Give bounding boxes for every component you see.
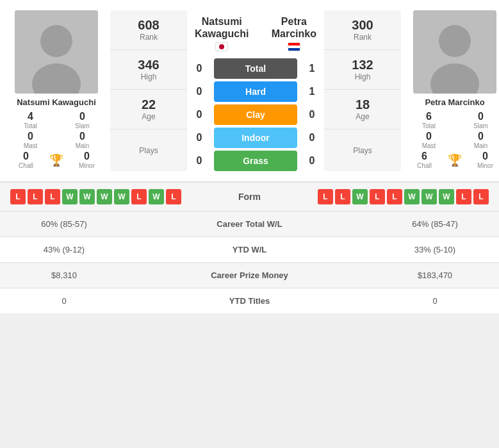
player2-age-value: 18 [356,97,370,112]
grass-button[interactable]: Grass [214,151,297,171]
player2-header: PetraMarcinko [272,10,316,56]
form-pill: L [10,189,26,204]
player1-card: Natsumi Kawaguchi 4 Total 0 Slam 0 Mast … [5,10,108,171]
player2-main-label: Main [474,142,488,149]
svg-point-1 [40,25,72,57]
player1-header-name: NatsumiKawaguchi [195,15,249,40]
clay-button[interactable]: Clay [214,104,297,125]
player1-name: Natsumi Kawaguchi [17,97,96,107]
total-row: 0 Total 1 [190,58,322,79]
form-pill: W [114,189,129,204]
player1-chall-value: 0 [23,151,29,162]
center-column: NatsumiKawaguchi PetraMarcinko [190,10,322,171]
form-pill: L [318,189,333,204]
player2-flag [288,42,300,51]
player1-avatar [15,10,98,94]
player2-rank-label: Rank [354,33,372,42]
total-button[interactable]: Total [214,58,297,79]
p2-total-score: 1 [302,63,322,74]
player2-total-stat: 6 Total [404,111,454,129]
p1-stat-value: $8,310 [0,263,128,288]
indoor-row: 0 Indoor 0 [190,128,322,148]
p1-total-score: 0 [190,63,209,74]
player1-flag [215,42,228,51]
hard-button[interactable]: Hard [214,81,297,102]
form-pill: L [45,189,60,204]
player1-rank-label: Rank [140,33,158,42]
player2-chall-label: Chall [417,162,432,169]
player1-high-label: High [141,72,157,81]
stat-label: Career Total W/L [128,212,371,237]
player1-stats-panel: 608 Rank 346 High 22 Age Plays [110,10,187,171]
p2-stat-value: 64% (85-47) [371,212,499,237]
form-pill: W [149,189,164,204]
player1-high-value: 346 [138,58,159,72]
player1-slam-stat: 0 Slam [57,111,108,129]
top-section: Natsumi Kawaguchi 4 Total 0 Slam 0 Mast … [0,0,499,181]
form-pill: W [404,189,420,204]
table-row: 0 YTD Titles 0 [0,288,499,314]
p2-grass-score: 0 [302,155,322,167]
player1-plays-label: Plays [139,146,158,155]
player2-header-name: PetraMarcinko [272,15,316,40]
svg-point-4 [439,25,471,57]
form-pill: W [439,189,454,204]
player2-plays-row: Plays [324,129,401,171]
player2-high-label: High [355,72,371,81]
p1-stat-value: 60% (85-57) [0,212,128,237]
player1-age-label: Age [142,112,155,121]
form-pill: L [370,189,385,204]
p2-indoor-score: 0 [302,132,322,144]
player1-total-stat: 4 Total [5,111,56,129]
player1-mast-value: 0 [28,131,33,142]
player2-minor-label: Minor [477,162,493,169]
indoor-button[interactable]: Indoor [214,128,297,148]
main-container: Natsumi Kawaguchi 4 Total 0 Slam 0 Mast … [0,0,499,313]
hard-row: 0 Hard 1 [190,81,322,102]
player2-plays-label: Plays [353,146,372,155]
form-pill: W [352,189,368,204]
player2-avatar [413,10,496,94]
player1-mast-label: Mast [24,142,38,149]
player1-slam-value: 0 [79,111,85,122]
player2-chall-value: 6 [421,151,427,162]
player2-high-row: 132 High [324,50,401,90]
player1-age-row: 22 Age [110,90,187,129]
player2-slam-label: Slam [473,122,488,129]
form-pill: L [335,189,350,204]
player2-stats: 6 Total 0 Slam 0 Mast 0 Main [404,111,499,149]
player2-mast-stat: 0 Mast [404,131,454,149]
player1-chall-label: Chall [19,162,33,169]
form-pill: L [166,189,181,204]
player2-minor-stat: 0 Minor [464,151,499,169]
p1-hard-score: 0 [190,86,209,97]
player2-main-stat: 0 Main [455,131,499,149]
player1-minor-value: 0 [84,151,90,162]
player1-stats: 4 Total 0 Slam 0 Mast 0 Main [5,111,108,149]
form-pill: W [97,189,112,204]
player2-slam-value: 0 [478,111,484,122]
form-pill: W [79,189,95,204]
clay-row: 0 Clay 0 [190,104,322,125]
player1-mast-stat: 0 Mast [5,131,56,149]
player2-rank-row: 300 Rank [324,10,401,50]
player1-main-value: 0 [79,131,85,142]
player2-trophy-icon: 🏆 [448,153,462,167]
player1-slam-label: Slam [75,122,90,129]
form-section: LLLWWWWLWL Form LLWLLWWWLL [0,181,499,211]
player2-main-value: 0 [478,131,484,142]
form-pill: L [131,189,147,204]
player2-stats-panel: 300 Rank 132 High 18 Age Plays [324,10,401,171]
stat-label: YTD Titles [128,288,371,314]
player1-trophy-icon: 🏆 [49,153,63,167]
form-pill: W [62,189,78,204]
player2-name: Petra Marcinko [425,97,484,107]
stat-label: YTD W/L [128,237,371,263]
player1-minor-stat: 0 Minor [66,151,108,169]
player1-header: NatsumiKawaguchi [195,10,249,56]
player2-mast-value: 0 [426,131,432,142]
player2-slam-stat: 0 Slam [455,111,499,129]
p1-clay-score: 0 [190,109,209,120]
table-row: 43% (9-12) YTD W/L 33% (5-10) [0,237,499,263]
player1-minor-label: Minor [79,162,95,169]
